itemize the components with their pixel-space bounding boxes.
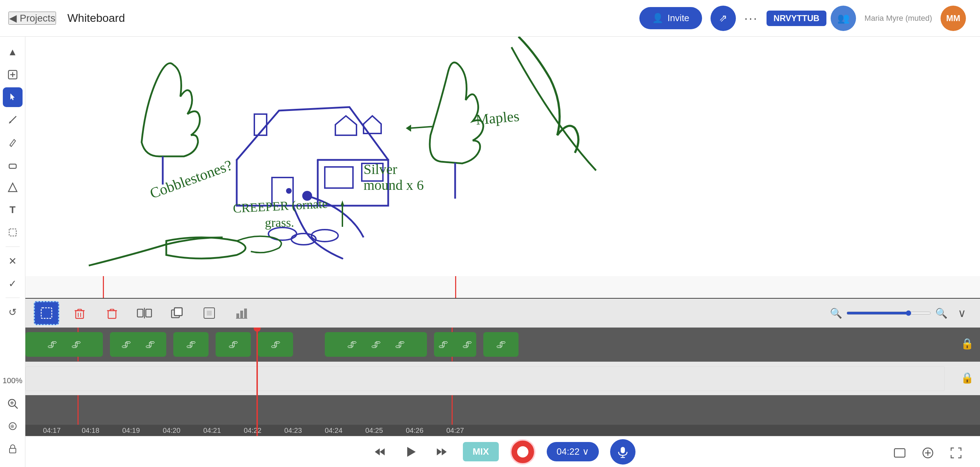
mix-button[interactable]: MIX xyxy=(463,442,499,461)
eraser-tool-button[interactable] xyxy=(3,155,22,175)
shapes-tool-button[interactable] xyxy=(3,178,22,197)
split-clip-button[interactable] xyxy=(132,301,156,325)
zoom-in-button[interactable] xyxy=(3,394,22,413)
add-frame-button[interactable] xyxy=(3,65,22,84)
marquee-icon xyxy=(7,227,18,238)
topbar-right: 👤 Invite ⇗ ··· NRVYTTUB 👥 Maria Myre (mu… xyxy=(640,6,980,31)
mask-button[interactable] xyxy=(197,301,221,325)
clip-8[interactable]: 🖇 xyxy=(483,332,519,357)
share-button[interactable]: ⇗ xyxy=(711,6,736,31)
clip-attach-6: 🖇 xyxy=(347,339,357,350)
fullscreen-button[interactable] xyxy=(946,443,966,463)
clip-attach-7b: 🖇 xyxy=(462,339,472,350)
delete-clip-button[interactable] xyxy=(68,301,92,325)
svg-text:⊕: ⊕ xyxy=(10,423,14,429)
canvas-area[interactable]: Cobblestones? Maples Silver mound x 6 CR… xyxy=(25,37,980,467)
svg-marker-60 xyxy=(407,447,416,457)
microphone-button[interactable] xyxy=(610,439,635,465)
ruler-mark-10: 04:26 xyxy=(406,426,423,435)
invite-button[interactable]: 👤 Invite xyxy=(640,7,702,29)
trash-icon xyxy=(73,307,86,320)
pan-icon: ⊕ xyxy=(7,421,18,432)
rewind-button[interactable] xyxy=(370,442,390,462)
clip-1[interactable]: 🖇 🖇 xyxy=(25,332,103,357)
share-icon: ⇗ xyxy=(719,12,727,24)
svg-rect-15 xyxy=(325,167,353,188)
chart-icon xyxy=(235,307,248,320)
undo-button[interactable]: ↺ xyxy=(3,302,22,322)
timeline-toolbar: 🔍 🔍 ∨ xyxy=(25,299,980,327)
track-lock-icon[interactable]: 🔒 xyxy=(961,337,974,350)
scroll-up-button[interactable]: ▲ xyxy=(3,42,22,62)
whiteboard-canvas[interactable]: Cobblestones? Maples Silver mound x 6 CR… xyxy=(25,37,980,276)
clip-2[interactable]: 🖇 🖇 xyxy=(110,332,166,357)
text-tool-icon: T xyxy=(10,204,16,216)
timecode-button[interactable]: 04:22 ∨ xyxy=(547,442,599,461)
svg-rect-56 xyxy=(244,308,247,318)
svg-rect-48 xyxy=(146,309,151,317)
pan-tool-button[interactable]: ⊕ xyxy=(3,416,22,436)
close-button[interactable]: ✕ xyxy=(3,251,22,271)
svg-rect-54 xyxy=(236,313,239,318)
fast-forward-button[interactable] xyxy=(432,442,452,462)
collapse-timeline-button[interactable]: ∨ xyxy=(952,303,972,323)
add-button[interactable] xyxy=(918,443,938,463)
svg-line-4 xyxy=(10,145,11,146)
svg-point-23 xyxy=(312,230,338,241)
check-icon: ✓ xyxy=(8,278,17,289)
chevron-down-icon: ∨ xyxy=(958,307,966,320)
svg-rect-55 xyxy=(240,311,243,318)
select-tool-button[interactable] xyxy=(3,87,22,107)
fullscreen-icon xyxy=(950,446,963,459)
svg-rect-53 xyxy=(207,311,212,316)
play-icon xyxy=(404,445,418,459)
text-tool-button[interactable]: T xyxy=(3,200,22,220)
more-options-button[interactable]: ··· xyxy=(745,11,758,26)
svg-rect-17 xyxy=(272,178,293,206)
zoom-out-button[interactable]: 🔍 xyxy=(830,307,842,319)
svg-marker-58 xyxy=(375,448,380,455)
record-button[interactable] xyxy=(510,439,535,465)
svg-text:Maples: Maples xyxy=(475,108,520,128)
screen-mode-button[interactable] xyxy=(890,443,910,463)
zoom-in-tl-button[interactable]: 🔍 xyxy=(935,307,948,319)
play-button[interactable] xyxy=(401,442,421,462)
svg-point-22 xyxy=(291,234,316,245)
group-avatar-icon: 👥 xyxy=(830,6,856,31)
clip-6[interactable]: 🖇 🖇 🖇 xyxy=(325,332,427,357)
chart-button[interactable] xyxy=(230,301,254,325)
empty-clip[interactable] xyxy=(25,366,945,391)
playback-controls: MIX 04:22 ∨ xyxy=(25,436,980,467)
select-clips-button[interactable] xyxy=(34,301,59,325)
text-track-lock-icon[interactable]: 🔒 xyxy=(961,372,974,384)
clip-7[interactable]: 🖇 🖇 xyxy=(434,332,476,357)
confirm-button[interactable]: ✓ xyxy=(3,274,22,293)
delete-alt-button[interactable] xyxy=(100,301,124,325)
svg-marker-26 xyxy=(406,125,411,132)
clip-5[interactable]: 🖇 xyxy=(258,332,293,357)
selection-tool-button[interactable] xyxy=(3,222,22,242)
close-icon: ✕ xyxy=(8,255,17,267)
playhead[interactable] xyxy=(256,327,258,436)
timeline-tracks: 🖇 🖇 🖇 🖇 🖇 🖇 🖇 xyxy=(25,327,980,436)
clip-attach-6c: 🖇 xyxy=(395,339,405,350)
ruler-mark-8: 04:24 xyxy=(325,426,342,435)
svg-rect-46 xyxy=(137,309,143,317)
user-tag-section: NRVYTTUB 👥 xyxy=(767,6,856,31)
clip-attach-3: 🖇 xyxy=(186,339,196,350)
svg-point-21 xyxy=(269,227,297,240)
timeline-zoom-slider[interactable] xyxy=(846,310,931,316)
back-arrow-icon: ◀ xyxy=(9,12,17,24)
lock-button[interactable] xyxy=(3,439,22,459)
rewind-icon xyxy=(374,446,386,458)
pencil-icon xyxy=(7,137,18,148)
pen-tool-button[interactable] xyxy=(3,110,22,130)
svg-text:CREEPER (ornate: CREEPER (ornate xyxy=(232,197,328,216)
topbar: ◀ Projects Whiteboard 👤 Invite ⇗ ··· NRV… xyxy=(0,0,980,37)
clip-4[interactable]: 🖇 xyxy=(216,332,251,357)
pencil-tool-button[interactable] xyxy=(3,132,22,152)
duplicate-button[interactable] xyxy=(165,301,189,325)
clip-3[interactable]: 🖇 xyxy=(173,332,208,357)
back-button[interactable]: ◀ Projects xyxy=(8,12,56,25)
zoom-level: 100% xyxy=(2,376,22,391)
